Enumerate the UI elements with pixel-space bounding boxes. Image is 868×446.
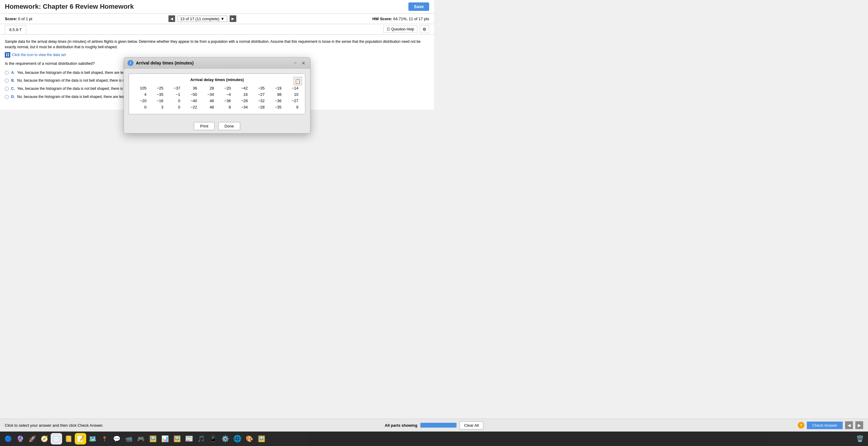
table-cell: 10 [284,91,301,98]
option-b-letter: B. [11,78,15,83]
modal-minimize-button[interactable]: − [293,60,298,66]
table-cell: 16 [234,91,251,98]
nav-display: 13 of 17 (11 complete) [180,17,219,21]
table-cell: 98 [268,91,284,98]
modal-title: Arrival delay times (minutes) [136,61,290,65]
svg-rect-2 [6,55,7,56]
table-cell: −40 [183,98,200,104]
table-cell: −19 [268,85,284,91]
table-row: −20−160−4046−36−28−32−36−27 [133,98,301,104]
table-cell: −4 [217,91,234,98]
table-cell: −28 [234,98,251,104]
table-cell: 0 [166,104,183,110]
option-a-radio[interactable] [5,71,9,75]
score-value: 0 of 1 pt [18,17,32,21]
table-cell: 105 [133,85,150,91]
svg-rect-0 [6,53,7,55]
score-display: Score: 0 of 1 pt [5,17,32,21]
hw-score-label: HW Score: [372,17,392,21]
data-set-link[interactable]: Click the icon to view the data set. [5,52,429,58]
info-icon: i [127,60,133,66]
table-cell: −36 [217,98,234,104]
table-cell: −35 [251,85,268,91]
table-cell: 3 [150,104,166,110]
tab-question[interactable]: 6.5.9-T [5,25,26,34]
table-cell: −28 [251,104,268,110]
option-a-letter: A. [11,70,15,75]
table-cell: 36 [183,85,200,91]
table-cell: −42 [234,85,251,91]
table-cell: 0 [133,104,150,110]
option-d-radio[interactable] [5,95,9,99]
settings-gear-button[interactable]: ⚙ [420,25,429,33]
data-table: 105−25−373628−20−42−35−19−144−35−1−50−34… [133,85,301,110]
table-cell: 28 [200,85,217,91]
table-cell: −27 [251,91,268,98]
table-cell: −37 [166,85,183,91]
table-cell: −36 [268,98,284,104]
page-title: Homework: Chapter 6 Review Homework [5,3,134,10]
option-b-radio[interactable] [5,78,9,83]
table-cell: −20 [217,85,234,91]
option-c-letter: C. [11,86,15,91]
nav-center: ◀ 13 of 17 (11 complete) ▼ ▶ [168,15,236,22]
hw-score-display: HW Score: 64.71%, 11 of 17 pts [372,17,429,21]
table-cell: −1 [166,91,183,98]
question-help-button[interactable]: ☷ Question Help [383,26,417,33]
problem-text: Sample data for the arrival delay times … [5,39,429,50]
question-nav-dropdown[interactable]: 13 of 17 (11 complete) ▼ [178,16,227,22]
hw-score-value: 64.71%, 11 of 17 pts [393,17,429,21]
option-c-radio[interactable] [5,87,9,91]
svg-rect-3 [8,55,9,56]
grid-icon [5,52,10,58]
table-cell: −35 [150,91,166,98]
print-button[interactable]: Print [194,122,215,130]
modal-footer: Print Done [124,119,310,133]
table-cell: 46 [200,98,217,104]
modal-close-button[interactable]: ✕ [300,60,307,66]
table-cell: −22 [183,104,200,110]
score-bar: Score: 0 of 1 pt ◀ 13 of 17 (11 complete… [0,13,434,24]
score-label: Score: [5,17,17,21]
table-cell: −34 [234,104,251,110]
table-cell: −34 [200,91,217,98]
table-cell: −27 [284,98,301,104]
table-cell: −25 [150,85,166,91]
copy-data-button[interactable]: 📋 [293,77,302,85]
save-button[interactable]: Save [408,2,429,11]
table-cell: 0 [166,98,183,104]
data-table-title: Arrival delay times (minutes) [133,77,301,82]
prev-question-button[interactable]: ◀ [168,15,175,22]
tab-actions: ☷ Question Help ⚙ [383,24,429,34]
data-modal: i Arrival delay times (minutes) − ✕ 📋 Ar… [124,57,310,133]
table-cell: 8 [217,104,234,110]
table-cell: −20 [133,98,150,104]
table-cell: 9 [284,104,301,110]
table-cell: −16 [150,98,166,104]
tab-bar: 6.5.9-T ☷ Question Help ⚙ [0,24,434,35]
dropdown-arrow-icon: ▼ [221,17,224,21]
table-cell: 4 [133,91,150,98]
table-row: 105−25−373628−20−42−35−19−14 [133,85,301,91]
table-row: 030−22488−34−28−359 [133,104,301,110]
table-cell: −35 [268,104,284,110]
data-table-container: 📋 Arrival delay times (minutes) 105−25−3… [129,73,305,114]
table-row: 4−35−1−50−34−416−279810 [133,91,301,98]
svg-rect-1 [8,53,9,55]
header: Homework: Chapter 6 Review Homework Save [0,0,434,13]
table-cell: −14 [284,85,301,91]
table-cell: −50 [183,91,200,98]
table-cell: 48 [200,104,217,110]
modal-body: 📋 Arrival delay times (minutes) 105−25−3… [124,69,310,119]
list-icon: ☷ [387,27,390,31]
next-question-button[interactable]: ▶ [230,15,236,22]
table-cell: −32 [251,98,268,104]
option-d-letter: D. [11,94,15,99]
done-button[interactable]: Done [218,122,240,130]
modal-header: i Arrival delay times (minutes) − ✕ [124,58,310,69]
